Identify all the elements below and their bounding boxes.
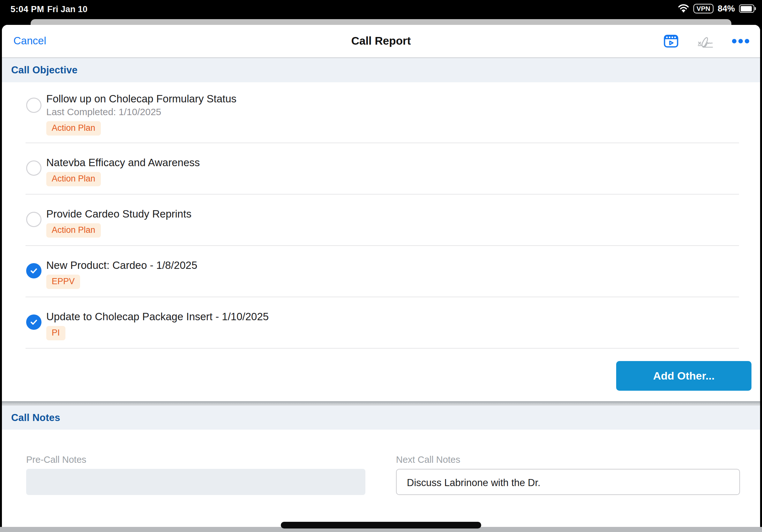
objective-list: Follow up on Cholecap Formulary Status L… — [2, 82, 760, 349]
pre-call-notes-input — [26, 469, 365, 495]
objective-title: Update to Cholecap Package Insert - 1/10… — [46, 310, 739, 323]
battery-percent: 84% — [718, 4, 735, 14]
objective-radio-checked[interactable] — [26, 314, 41, 330]
objective-type-badge: Action Plan — [46, 172, 101, 186]
objective-row: Update to Cholecap Package Insert - 1/10… — [26, 297, 739, 349]
call-notes-section-header: Call Notes — [2, 406, 760, 430]
status-time: 5:04 PM — [11, 4, 44, 14]
objective-row: New Product: Cardeo - 1/8/2025 EPPV — [26, 246, 739, 297]
signature-icon[interactable] — [697, 34, 714, 48]
home-indicator[interactable] — [281, 522, 481, 528]
status-date: Fri Jan 10 — [47, 4, 87, 14]
objective-type-badge: EPPV — [46, 275, 80, 289]
call-objective-section-header: Call Objective — [2, 58, 760, 82]
objective-row: Follow up on Cholecap Formulary Status L… — [26, 82, 739, 143]
objective-title: Follow up on Cholecap Formulary Status — [46, 93, 739, 105]
section-title: Call Objective — [11, 64, 78, 76]
nav-bar: Cancel Call Report — [2, 25, 760, 58]
presentations-media-icon[interactable] — [664, 34, 678, 48]
battery-icon — [739, 4, 754, 13]
objective-title: New Product: Cardeo - 1/8/2025 — [46, 259, 739, 272]
section-title: Call Notes — [11, 412, 60, 424]
wifi-icon — [678, 4, 689, 14]
objective-radio-unchecked[interactable] — [26, 98, 41, 113]
objective-type-badge: Action Plan — [46, 121, 101, 136]
next-call-notes-field: Discuss Labrinone with the Dr. — [396, 469, 740, 495]
objective-type-badge: PI — [46, 326, 65, 340]
next-call-notes-input[interactable]: Discuss Labrinone with the Dr. — [397, 470, 739, 495]
vpn-badge: VPN — [693, 4, 714, 13]
objective-subtitle: Last Completed: 1/10/2025 — [46, 106, 739, 118]
objective-row: Natevba Efficacy and Awareness Action Pl… — [26, 143, 739, 195]
page-title: Call Report — [2, 34, 760, 47]
objective-row: Provide Cardeo Study Reprints Action Pla… — [26, 195, 739, 246]
objective-radio-checked[interactable] — [26, 263, 41, 279]
section-divider — [2, 401, 760, 406]
objective-title: Provide Cardeo Study Reprints — [46, 208, 739, 220]
ellipsis-icon[interactable] — [732, 39, 749, 43]
objective-radio-unchecked[interactable] — [26, 212, 41, 227]
objective-type-badge: Action Plan — [46, 223, 101, 237]
objective-title: Natevba Efficacy and Awareness — [46, 156, 739, 169]
objective-radio-unchecked[interactable] — [26, 161, 41, 176]
call-report-sheet: Cancel Call Report — [2, 25, 760, 532]
status-bar: 5:04 PM Fri Jan 10 VPN 84% — [0, 0, 762, 19]
pre-call-notes-label: Pre-Call Notes — [26, 454, 87, 465]
add-other-button[interactable]: Add Other... — [616, 361, 751, 391]
next-call-notes-label: Next Call Notes — [396, 454, 460, 465]
